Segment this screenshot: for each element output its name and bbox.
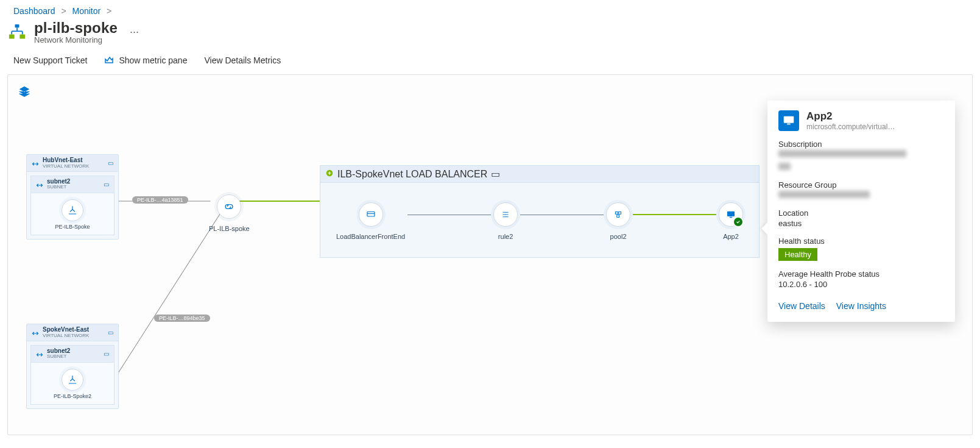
breadcrumb: Dashboard > Monitor > xyxy=(0,0,980,16)
detail-title: App2 xyxy=(806,110,895,123)
network-topology-icon xyxy=(9,24,26,41)
node-label: PE-ILB-Spoke xyxy=(31,224,114,230)
breadcrumb-item[interactable]: Dashboard xyxy=(13,6,55,16)
vnet-type: VIRTUAL NETWORK xyxy=(43,164,89,169)
label-resource-group: Resource Group xyxy=(778,180,944,190)
node-label: App2 xyxy=(723,233,739,240)
metrics-icon xyxy=(104,54,114,66)
svg-rect-15 xyxy=(617,215,619,218)
vm-icon xyxy=(778,110,799,131)
redacted-value xyxy=(778,163,791,170)
toolbar: New Support Ticket Show metric pane View… xyxy=(0,46,980,74)
svg-rect-6 xyxy=(19,34,25,38)
view-details-metrics-button[interactable]: View Details Metrics xyxy=(204,54,281,66)
edge-label[interactable]: PE-ILB-…894be35 xyxy=(154,315,210,322)
svg-rect-14 xyxy=(619,212,621,215)
label-subscription: Subscription xyxy=(778,140,944,149)
vnet-group-hub[interactable]: HubVnet-East VIRTUAL NETWORK ▭ subnet2 S… xyxy=(26,154,119,240)
collapse-icon[interactable]: ▭ xyxy=(104,181,109,188)
view-insights-link[interactable]: View Insights xyxy=(836,301,886,311)
lb-rule-node[interactable]: rule2 xyxy=(493,196,518,245)
subnet-type: SUBNET xyxy=(47,185,70,190)
svg-rect-18 xyxy=(784,116,794,123)
new-support-ticket-button[interactable]: New Support Ticket xyxy=(13,54,87,66)
subnet-icon xyxy=(36,350,43,357)
private-link-node[interactable]: PL-ILB-spoke xyxy=(209,188,250,237)
tooltip-pointer-icon xyxy=(761,222,767,235)
vnet-type: VIRTUAL NETWORK xyxy=(43,333,89,338)
breadcrumb-sep: > xyxy=(103,6,115,16)
lb-pool-node[interactable]: pool2 xyxy=(606,196,630,245)
node-label: rule2 xyxy=(498,233,513,240)
collapse-icon[interactable]: ▭ xyxy=(491,168,500,180)
health-ok-icon xyxy=(733,216,744,227)
node-label: PE-ILB-Spoke2 xyxy=(31,393,114,399)
subnet-icon xyxy=(36,180,43,188)
lb-app-node[interactable]: App2 xyxy=(719,196,743,245)
breadcrumb-item[interactable]: Monitor xyxy=(72,6,100,16)
svg-rect-5 xyxy=(9,34,15,38)
vnet-name: SpokeVnet-East xyxy=(43,327,89,333)
redacted-value xyxy=(778,191,870,198)
vnet-group-spoke[interactable]: SpokeVnet-East VIRTUAL NETWORK ▭ subnet2… xyxy=(26,324,119,409)
subnet-type: SUBNET xyxy=(47,354,70,359)
svg-rect-11 xyxy=(367,212,375,217)
vnet-icon xyxy=(32,159,39,166)
value-location: eastus xyxy=(778,219,944,228)
svg-line-8 xyxy=(118,212,221,374)
node-label: LoadBalancerFrontEnd xyxy=(336,233,405,240)
lb-type: LOAD BALANCER xyxy=(406,169,487,179)
load-balancer-icon xyxy=(325,169,334,180)
label-health: Health status xyxy=(778,236,944,246)
lb-name: ILB-SpokeVnet xyxy=(337,169,403,179)
collapse-icon[interactable]: ▭ xyxy=(108,329,113,336)
health-badge: Healthy xyxy=(778,248,817,261)
detail-type: microsoft.compute/virtual… xyxy=(806,123,895,131)
private-endpoint-node[interactable] xyxy=(62,199,83,221)
edge-label[interactable]: PE-ILB-…4a13851 xyxy=(132,196,188,204)
page-subtitle: Network Monitoring xyxy=(34,35,118,44)
more-menu-icon[interactable]: ··· xyxy=(126,26,143,38)
show-metric-pane-button[interactable]: Show metric pane xyxy=(104,54,187,66)
page-title: pl-ilb-spoke xyxy=(34,20,118,37)
collapse-icon[interactable]: ▭ xyxy=(104,350,109,357)
value-probe: 10.2.0.6 - 100 xyxy=(778,280,944,289)
breadcrumb-sep: > xyxy=(57,6,69,16)
svg-rect-16 xyxy=(727,212,735,216)
label-probe: Average Health Probe status xyxy=(778,269,944,279)
svg-rect-13 xyxy=(616,212,618,215)
detail-card: App2 microsoft.compute/virtual… Subscrip… xyxy=(767,101,955,322)
subnet-group[interactable]: subnet2 SUBNET ▭ PE-ILB-Spoke xyxy=(30,176,115,235)
lb-frontend-node[interactable]: LoadBalancerFrontEnd xyxy=(336,196,405,245)
private-endpoint-node[interactable] xyxy=(62,369,83,391)
label-location: Location xyxy=(778,208,944,218)
redacted-value xyxy=(778,150,906,157)
vnet-icon xyxy=(32,329,39,336)
collapse-icon[interactable]: ▭ xyxy=(108,160,113,166)
view-details-link[interactable]: View Details xyxy=(778,301,825,311)
load-balancer-group[interactable]: ILB-SpokeVnet LOAD BALANCER ▭ LoadBalanc… xyxy=(320,165,760,258)
vnet-name: HubVnet-East xyxy=(43,157,89,164)
node-label: PL-ILB-spoke xyxy=(209,225,250,232)
subnet-group[interactable]: subnet2 SUBNET ▭ PE-ILB-Spoke2 xyxy=(30,345,115,405)
svg-rect-19 xyxy=(787,124,791,125)
svg-rect-0 xyxy=(15,24,19,27)
page-header: pl-ilb-spoke Network Monitoring ··· xyxy=(0,16,980,46)
topology-canvas[interactable]: PE-ILB-…4a13851 PE-ILB-…894be35 HubVnet-… xyxy=(7,74,973,435)
svg-rect-17 xyxy=(730,217,733,218)
node-label: pool2 xyxy=(610,233,627,240)
